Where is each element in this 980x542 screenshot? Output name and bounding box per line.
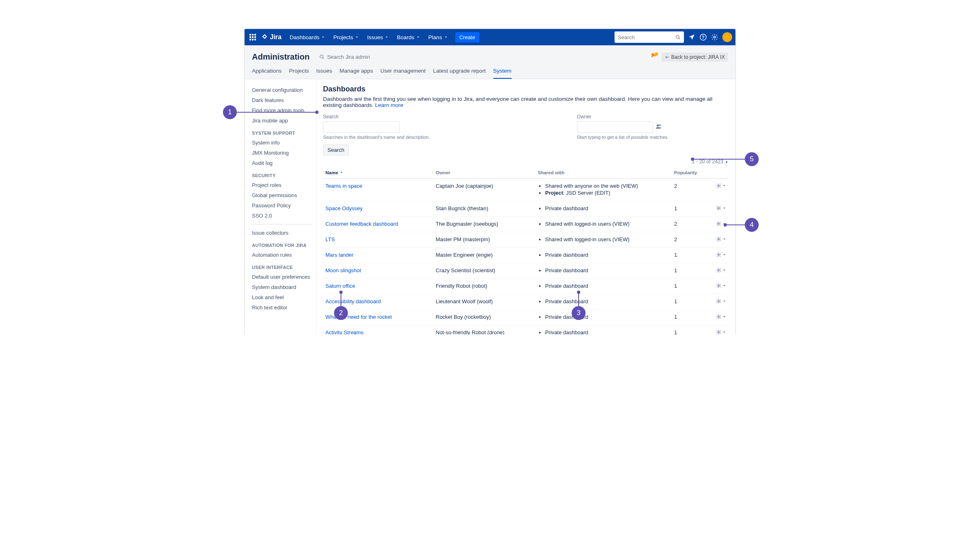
sidebar-item-dark-features[interactable]: Dark features (249, 95, 316, 105)
sidebar-item-default-user-preferences[interactable]: Default user preferences (249, 272, 316, 282)
gear-icon (716, 221, 722, 227)
row-actions-button[interactable] (716, 314, 726, 320)
svg-rect-6 (249, 39, 251, 40)
feedback-icon[interactable] (650, 52, 659, 62)
row-actions-button[interactable] (716, 205, 726, 211)
dashboard-link[interactable]: Customer feedback dashboard (325, 221, 398, 227)
row-actions-button[interactable] (716, 236, 726, 242)
help-icon[interactable]: ? (699, 33, 707, 41)
owner-cell: The Bugmaster (iseebugs) (433, 217, 535, 232)
sidebar-item-find-more-admin-tools[interactable]: Find more admin tools (249, 105, 316, 116)
global-search-input[interactable] (618, 34, 675, 40)
sidebar-item-issue-collectors[interactable]: Issue collectors (249, 228, 316, 238)
callout-1: 1 (223, 105, 237, 119)
avatar[interactable] (722, 32, 732, 42)
sidebar-item-sso-2.0[interactable]: SSO 2.0 (249, 211, 316, 221)
popularity-cell: 1 (672, 294, 708, 310)
tab-applications[interactable]: Applications (252, 68, 282, 79)
svg-point-18 (659, 124, 661, 126)
dashboard-link[interactable]: Moon slingshot (325, 267, 361, 273)
sidebar-item-audit-log[interactable]: Audit log (249, 158, 316, 168)
dashboard-link[interactable]: Saturn office (325, 283, 355, 289)
row-actions-button[interactable] (716, 252, 726, 258)
chevron-down-icon (722, 253, 726, 257)
create-button[interactable]: Create (455, 32, 479, 42)
nav-projects[interactable]: Projects (330, 29, 362, 45)
sidebar-item-project-roles[interactable]: Project roles (249, 180, 316, 190)
next-page-icon[interactable] (725, 159, 729, 164)
sidebar-item-jira-mobile-app[interactable]: Jira mobile app (249, 116, 316, 126)
owner-input[interactable] (577, 121, 653, 133)
svg-point-13 (714, 36, 716, 38)
tab-issues[interactable]: Issues (316, 68, 332, 79)
col-popularity[interactable]: Popularity (672, 167, 708, 179)
apps-icon[interactable] (248, 32, 258, 42)
sort-icon (340, 171, 343, 174)
notifications-icon[interactable] (688, 33, 695, 41)
nav-issues[interactable]: Issues (364, 29, 392, 45)
admin-search[interactable]: Search Jira admin (319, 54, 370, 60)
gear-icon (716, 252, 722, 258)
table-row: Mars landerMaster Engineer (engie)Privat… (323, 248, 729, 263)
settings-icon[interactable] (711, 33, 718, 41)
col-name[interactable]: Name (323, 167, 433, 179)
sidebar-item-look-and-feel[interactable]: Look and feel (249, 292, 316, 302)
sidebar-item-jmx-monitoring[interactable]: JMX Monitoring (249, 148, 316, 158)
shared-cell: Private dashboard (535, 201, 672, 217)
sidebar-heading: AUTOMATION FOR JIRA (249, 238, 316, 250)
sidebar-item-system-info[interactable]: System info (249, 138, 316, 148)
tab-manage-apps[interactable]: Manage apps (340, 68, 373, 79)
owner-cell: Crazy Scientist (scientist) (433, 263, 535, 279)
sidebar: General configurationDark featuresFind m… (245, 79, 316, 335)
chevron-down-icon (722, 206, 726, 210)
popularity-cell: 1 (672, 248, 708, 263)
chevron-down-icon (722, 330, 726, 334)
sidebar-item-rich-text-editor[interactable]: Rich text editor (249, 302, 316, 313)
row-actions-button[interactable] (716, 283, 726, 289)
col-owner[interactable]: Owner (433, 167, 535, 179)
search-button[interactable]: Search (323, 144, 349, 155)
table-row: Activity StreamsNot-so-friendly Robot (d… (323, 325, 729, 335)
dashboard-link[interactable]: Teams in space (325, 183, 362, 189)
dashboard-link[interactable]: Activity Streams (325, 329, 363, 335)
tab-user-management[interactable]: User management (380, 68, 425, 79)
people-picker-icon[interactable] (655, 123, 662, 131)
row-actions-button[interactable] (716, 329, 726, 335)
row-actions-button[interactable] (716, 298, 726, 304)
nav-plans[interactable]: Plans (425, 29, 451, 45)
row-actions-button[interactable] (716, 267, 726, 273)
nav-boards[interactable]: Boards (394, 29, 423, 45)
col-shared[interactable]: Shared with (535, 167, 672, 179)
svg-text:?: ? (702, 35, 704, 40)
jira-logo[interactable]: Jira (261, 33, 281, 41)
svg-point-23 (718, 254, 719, 255)
gear-icon (716, 283, 722, 289)
tab-system[interactable]: System (493, 68, 512, 79)
dashboard-link[interactable]: Accessibility dashboard (325, 298, 381, 304)
table-row: Moon slingshotCrazy Scientist (scientist… (323, 263, 729, 279)
nav-dashboards[interactable]: Dashboards (286, 29, 328, 45)
dashboard-link[interactable]: Space Odyssey (325, 205, 363, 211)
global-search[interactable] (615, 31, 684, 43)
learn-more-link[interactable]: Learn more (375, 102, 403, 108)
dashboard-link[interactable]: Mars lander (325, 252, 354, 258)
back-to-project[interactable]: Back to project: JIRA IX (662, 53, 728, 62)
shared-cell: Private dashboard (535, 248, 672, 263)
svg-point-16 (655, 52, 658, 56)
sidebar-item-automation-rules[interactable]: Automation rules (249, 250, 316, 260)
tab-latest-upgrade-report[interactable]: Latest upgrade report (433, 68, 486, 79)
owner-cell: Master Engineer (engie) (433, 248, 535, 263)
sidebar-item-global-permissions[interactable]: Global permissions (249, 190, 316, 200)
svg-line-15 (323, 58, 324, 59)
dashboard-search-input[interactable] (323, 121, 400, 133)
sidebar-item-general-configuration[interactable]: General configuration (249, 85, 316, 95)
dashboard-link[interactable]: LTS (325, 236, 335, 242)
sidebar-item-system-dashboard[interactable]: System dashboard (249, 282, 316, 292)
owner-cell: Friendly Robot (robot) (433, 279, 535, 294)
gear-icon (716, 205, 722, 211)
chevron-down-icon (722, 284, 726, 288)
sidebar-item-password-policy[interactable]: Password Policy (249, 200, 316, 211)
tab-projects[interactable]: Projects (289, 68, 309, 79)
svg-point-20 (718, 207, 719, 209)
row-actions-button[interactable] (716, 183, 726, 189)
